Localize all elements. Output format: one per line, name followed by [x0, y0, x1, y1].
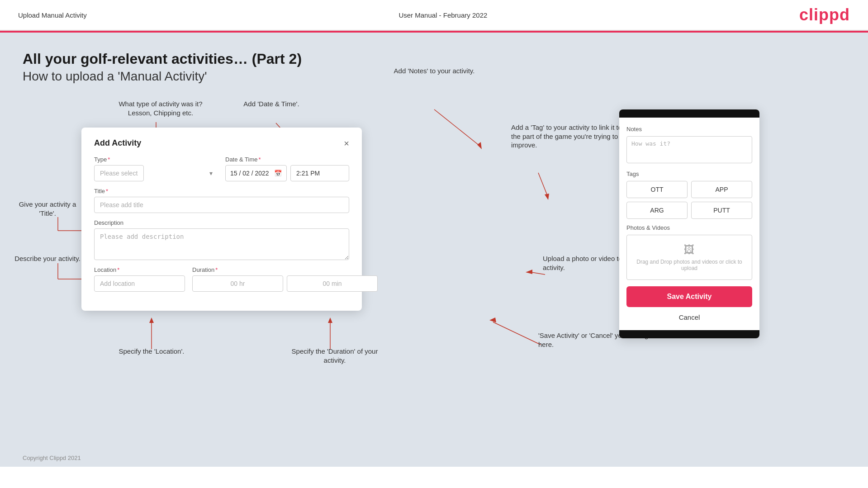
svg-marker-12 [149, 317, 154, 323]
notes-section-label: Notes [626, 126, 752, 133]
description-label: Description [94, 219, 349, 226]
tag-arg[interactable]: ARG [626, 202, 688, 219]
description-group: Description [94, 219, 349, 260]
modal-title: Add Activity [94, 138, 141, 148]
type-datetime-row: Type* Please select Date & Time* 15 / 02… [94, 156, 349, 181]
location-input[interactable] [94, 275, 185, 292]
svg-line-19 [531, 272, 545, 275]
svg-marker-18 [545, 194, 549, 200]
type-select-wrapper[interactable]: Please select [94, 165, 218, 181]
tags-section-label: Tags [626, 171, 752, 177]
photos-section-label: Photos & Videos [626, 224, 752, 231]
duration-hr-input[interactable] [192, 275, 283, 292]
phone-panel: Notes Tags OTT APP ARG PUTT Photos & Vid… [619, 109, 759, 338]
copyright: Copyright Clippd 2021 [23, 455, 81, 461]
title-group: Title* [94, 188, 349, 213]
duration-label: Duration* [192, 266, 378, 273]
duration-inputs [192, 275, 378, 292]
top-bar: Upload Manual Activity User Manual - Feb… [0, 0, 868, 31]
type-group: Type* Please select [94, 156, 218, 181]
photo-upload-box[interactable]: 🖼 Drag and Drop photos and videos or cli… [626, 235, 752, 280]
svg-line-17 [538, 173, 547, 195]
svg-marker-20 [526, 270, 532, 274]
tag-putt[interactable]: PUTT [691, 202, 752, 219]
annotation-tag: Add a 'Tag' to your activity to link it … [511, 123, 629, 150]
location-group: Location* [94, 266, 185, 292]
phone-top-bar [619, 109, 759, 118]
description-textarea[interactable] [94, 228, 349, 260]
save-activity-button[interactable]: Save Activity [626, 286, 752, 307]
location-label: Location* [94, 266, 185, 273]
calendar-icon[interactable]: 📅 [274, 170, 282, 177]
phone-bottom-bar [619, 330, 759, 338]
modal-header: Add Activity × [94, 138, 349, 148]
svg-line-21 [493, 322, 541, 345]
svg-line-15 [434, 109, 479, 146]
annotation-describe: Describe your activity. [14, 254, 81, 263]
duration-group: Duration* [192, 266, 378, 292]
time-input[interactable]: 2:21 PM [290, 165, 349, 181]
tag-ott[interactable]: OTT [626, 181, 688, 198]
clippd-logo: clippd [799, 5, 850, 24]
svg-marker-22 [489, 317, 496, 322]
annotation-notes: Add 'Notes' to your activity. [375, 66, 493, 76]
svg-marker-16 [477, 142, 482, 149]
date-input[interactable]: 15 / 02 / 2022 📅 [225, 165, 287, 181]
main-content: All your golf-relevant activities… (Part… [0, 33, 868, 467]
cancel-button[interactable]: Cancel [626, 312, 752, 323]
annotation-duration: Specify the 'Duration' of your activity. [280, 347, 389, 365]
date-time-inputs: 15 / 02 / 2022 📅 2:21 PM [225, 165, 349, 181]
notes-textarea[interactable] [626, 136, 752, 163]
annotation-location: Specify the 'Location'. [106, 347, 197, 356]
add-activity-modal: Add Activity × Type* Please select Date … [81, 128, 362, 311]
location-duration-row: Location* Duration* [94, 266, 349, 292]
annotation-title: Give your activity a 'Title'. [14, 200, 81, 218]
datetime-group: Date & Time* 15 / 02 / 2022 📅 2:21 PM [225, 156, 349, 181]
phone-panel-inner: Notes Tags OTT APP ARG PUTT Photos & Vid… [619, 118, 759, 330]
modal-close-button[interactable]: × [344, 139, 349, 148]
title-input[interactable] [94, 197, 349, 213]
annotation-datetime: Add 'Date & Time'. [226, 99, 317, 109]
duration-min-input[interactable] [287, 275, 378, 292]
tags-grid: OTT APP ARG PUTT [626, 181, 752, 219]
title-field-label: Title* [94, 188, 349, 194]
photo-icon: 🖼 [631, 243, 747, 256]
page-title-left: Upload Manual Activity [18, 11, 87, 19]
type-label: Type* [94, 156, 218, 163]
upload-text: Drag and Drop photos and videos or click… [636, 259, 742, 271]
main-heading-bold: All your golf-relevant activities… (Part… [23, 51, 845, 67]
datetime-label: Date & Time* [225, 156, 349, 163]
svg-marker-14 [328, 317, 332, 323]
type-select[interactable]: Please select [94, 165, 144, 181]
tag-app[interactable]: APP [691, 181, 752, 198]
annotation-type: What type of activity was it? Lesson, Ch… [109, 99, 213, 117]
page-title-center: User Manual - February 2022 [398, 11, 487, 19]
